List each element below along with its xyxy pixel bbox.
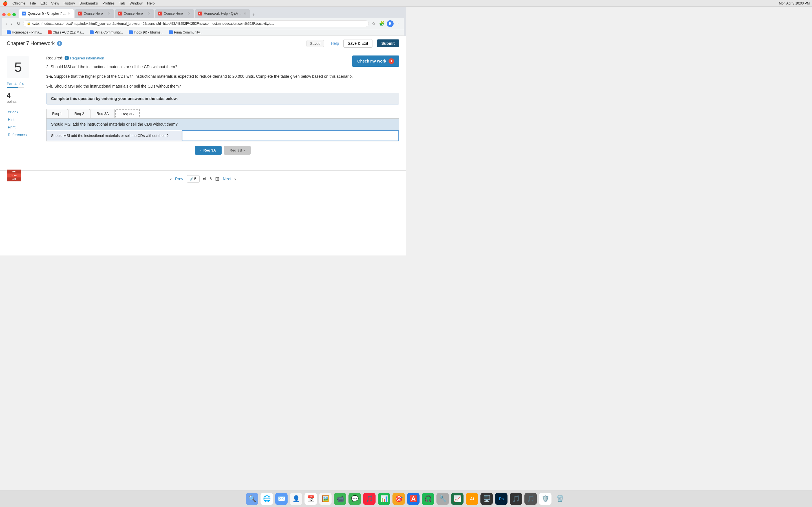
bookmark-favicon-4 [129, 31, 133, 34]
bookmark-1[interactable]: Homepage - Pima... [4, 30, 44, 35]
sidebar-link-hint[interactable]: Hint [7, 117, 41, 122]
bookmark-4[interactable]: Inbox (6) - bburns... [126, 30, 166, 35]
browser-tab-active[interactable]: M Question 5 - Chapter 7 ... ✕ [18, 9, 74, 18]
tab-favicon-4: C [158, 11, 162, 15]
tab-close-2[interactable]: ✕ [107, 11, 111, 16]
menu-bookmarks[interactable]: Bookmarks [80, 1, 98, 5]
sidebar-link-print[interactable]: Print [7, 124, 41, 130]
page-number-box[interactable]: 🔗 5 [187, 175, 200, 182]
question-number-box: 5 [7, 56, 29, 78]
tab-close-1[interactable]: ✕ [67, 11, 71, 16]
tab-favicon-2: C [78, 11, 82, 15]
part-progress-fill [7, 87, 18, 88]
tab-close-3[interactable]: ✕ [147, 11, 151, 16]
back-button[interactable]: ‹ [4, 20, 8, 27]
footer-next-label[interactable]: Next [223, 177, 231, 181]
points-value: 4 [7, 92, 41, 100]
tab-close-5[interactable]: ✕ [243, 11, 247, 16]
part-progress-bar [7, 87, 24, 88]
next-req-button: Req 3B › [224, 146, 251, 155]
next-arrow-icon: › [244, 148, 245, 152]
maximize-window-btn[interactable] [12, 13, 16, 16]
tab-req1[interactable]: Req 1 [46, 109, 68, 118]
address-text: ezto.mheducation.com/ext/map/index.html?… [33, 22, 365, 25]
menu-tab[interactable]: Tab [119, 1, 125, 5]
prev-req-button[interactable]: ‹ Req 3A [195, 146, 221, 155]
menu-view[interactable]: View [51, 1, 59, 5]
grid-view-button[interactable]: ⊞ [215, 176, 219, 182]
tab-favicon-1: M [22, 11, 26, 15]
part-info: Part 4 of 4 [7, 82, 41, 88]
question-text-3a: 3-a. Suppose that the higher price of th… [46, 73, 399, 79]
browser-tab-2[interactable]: C Course Hero ✕ [75, 9, 114, 18]
apple-menu[interactable]: 🍎 [2, 1, 8, 6]
required-label-text: Required: [46, 56, 63, 60]
help-link[interactable]: Help [331, 41, 339, 46]
bookmark-star-button[interactable]: ☆ [370, 20, 377, 27]
save-exit-button[interactable]: Save & Exit [343, 39, 372, 48]
chrome-menu-button[interactable]: ⋮ [395, 20, 402, 27]
required-section: Required: i Required information [46, 56, 399, 60]
app-info-icon[interactable]: i [57, 41, 62, 46]
bookmarks-bar: Homepage - Pima... Class ACC 212 Ma... P… [2, 29, 404, 36]
footer-next-button[interactable]: › [234, 176, 236, 182]
sidebar-link-references[interactable]: References [7, 132, 41, 137]
bookmark-2[interactable]: Class ACC 212 Ma... [45, 30, 86, 35]
minimize-window-btn[interactable] [7, 13, 11, 16]
extensions-button[interactable]: 🧩 [378, 20, 386, 27]
browser-tab-5[interactable]: C Homework Help - Q&A ... ✕ [195, 9, 250, 18]
footer-prev-label[interactable]: Prev [175, 177, 183, 181]
check-work-button[interactable]: Check my work 1 [352, 55, 399, 67]
points-label: points [7, 100, 41, 104]
menu-history[interactable]: History [64, 1, 75, 5]
bookmark-label-3: Pima Community... [95, 31, 123, 34]
bookmark-label-5: Pima Community... [174, 31, 202, 34]
menu-help[interactable]: Help [147, 1, 155, 5]
answer-label: Should MSI add the instructional materia… [47, 131, 182, 140]
new-tab-button[interactable]: + [251, 12, 257, 18]
tabs-container: Req 1 Req 2 Req 3A Req 3B [46, 109, 399, 119]
page-total-text: of [203, 177, 206, 181]
menu-file[interactable]: File [30, 1, 36, 5]
chrome-toolbar: ‹ › ↻ 🔒 ezto.mheducation.com/ext/map/ind… [2, 18, 404, 29]
required-info-button[interactable]: i Required information [64, 56, 104, 60]
bookmark-label-2: Class ACC 212 Ma... [53, 31, 84, 34]
tab-req2[interactable]: Req 2 [68, 109, 90, 118]
complete-banner: Complete this question by entering your … [46, 93, 399, 105]
next-req-label: Req 3B [230, 148, 242, 152]
question-3b-bold: 3-b. [46, 84, 53, 89]
browser-tab-4[interactable]: C Course Hero ✕ [155, 9, 194, 18]
menu-profiles[interactable]: Profiles [102, 1, 114, 5]
tab-title-3: Course Hero [124, 11, 146, 15]
profile-button[interactable]: B [387, 20, 394, 27]
question-text-2: 2. Should MSI add the instructional mate… [46, 64, 399, 70]
address-bar[interactable]: 🔒 ezto.mheducation.com/ext/map/index.htm… [23, 20, 369, 27]
part-label: Part 4 of 4 [7, 82, 41, 86]
close-window-btn[interactable] [2, 13, 6, 16]
tab-close-4[interactable]: ✕ [188, 11, 191, 16]
bookmark-5[interactable]: Pima Community... [167, 30, 204, 35]
bookmark-3[interactable]: Pima Community... [87, 30, 125, 35]
bookmark-favicon-5 [169, 31, 173, 34]
link-icon: 🔗 [190, 177, 193, 180]
question-3b-text: Should MSI add the instructional materia… [54, 84, 181, 89]
menu-edit[interactable]: Edit [40, 1, 47, 5]
forward-button[interactable]: › [10, 20, 13, 27]
tab-req3a[interactable]: Req 3A [91, 109, 114, 118]
bookmark-favicon-2 [48, 31, 52, 34]
bookmark-favicon-3 [90, 31, 94, 34]
tab-req3b[interactable]: Req 3B [115, 109, 140, 118]
footer-prev-button[interactable]: ‹ [170, 176, 172, 182]
bookmark-favicon-1 [7, 31, 11, 34]
menu-window[interactable]: Window [130, 1, 142, 5]
chrome-tabs: M Question 5 - Chapter 7 ... ✕ C Course … [2, 9, 404, 18]
browser-tab-3[interactable]: C Course Hero ✕ [115, 9, 154, 18]
answer-input[interactable] [182, 130, 399, 141]
bookmark-label-4: Inbox (6) - bburns... [134, 31, 163, 34]
menu-chrome[interactable]: Chrome [12, 1, 26, 5]
tab-content: Should MSI add the instructional materia… [46, 119, 399, 142]
submit-button[interactable]: Submit [377, 40, 399, 47]
reload-button[interactable]: ↻ [15, 20, 21, 27]
sidebar-link-ebook[interactable]: eBook [7, 109, 41, 115]
app-footer: Mc Graw Hill ‹ Prev 🔗 5 of 6 ⊞ Next › [0, 170, 406, 187]
